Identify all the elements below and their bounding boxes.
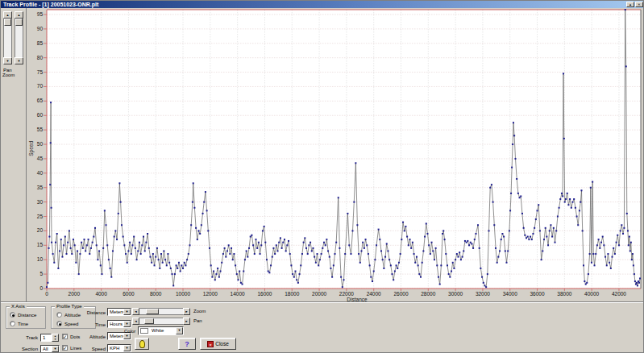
pan-scroll-track[interactable] [139,318,183,325]
zoom-scroll-track[interactable] [139,308,183,315]
section-combobox[interactable]: All ▼ [40,345,60,353]
pan-slider[interactable]: ▲ ▼ [3,11,12,66]
window-title: Track Profile - [1] 20051023-ONR.plt [3,2,98,7]
y-axis-label: Speed [28,141,34,156]
svg-text:60: 60 [37,112,44,118]
zoom-scrollbar-label: Zoom [193,309,206,314]
radio-icon[interactable] [56,321,62,326]
pan-slider-track[interactable] [3,19,12,57]
svg-text:20000: 20000 [312,291,326,297]
altitude-unit-value: Meters [108,333,123,339]
radio-icon[interactable] [10,312,15,318]
track-profile-window: Track Profile - [1] 20051023-ONR.plt ▲ ✕… [0,0,644,353]
zoom-scrollbar[interactable]: ◄ ► [132,308,190,315]
dots-checkbox[interactable]: ✓ [62,334,68,339]
svg-text:4000: 4000 [95,291,107,297]
radio-time-label: Time [18,322,28,326]
up-arrow-icon: ▲ [629,2,632,6]
restore-button[interactable]: ▲ [626,2,634,7]
svg-text:22000: 22000 [339,291,354,297]
chevron-down-icon[interactable]: ▼ [52,346,59,352]
snapshot-button[interactable] [135,338,149,350]
chevron-down-icon[interactable]: ▼ [123,309,131,315]
svg-text:42000: 42000 [612,291,626,297]
lines-checkbox[interactable]: ✓ [62,345,68,351]
profile-type-legend: Profile Type [55,304,84,309]
x-axis-legend: X Axis [10,304,27,309]
pan-zoom-panel: ▲ ▼ ▲ ▼ Pan Zoom [1,8,27,302]
left-arrow-icon: ◄ [135,319,138,323]
svg-text:85: 85 [37,40,44,46]
svg-text:40: 40 [37,170,44,176]
zoom-slider-thumb[interactable] [15,19,23,26]
pan-slider-thumb[interactable] [4,19,11,26]
svg-text:80: 80 [37,55,44,60]
pan-scrollbar[interactable]: ◄ ► [132,318,190,325]
svg-text:16000: 16000 [257,291,272,297]
zoom-scroll-left-button[interactable]: ◄ [132,308,139,315]
section-value: All [41,346,52,352]
svg-text:5: 5 [39,271,43,276]
pan-scroll-right-button[interactable]: ► [183,318,190,325]
zoom-scroll-thumb[interactable] [146,309,159,314]
chevron-down-icon[interactable]: ▼ [123,345,131,351]
down-arrow-icon: ▼ [54,338,56,341]
svg-text:25: 25 [37,214,44,219]
pan-scroll-thumb[interactable] [144,318,154,324]
svg-text:70: 70 [37,83,44,89]
svg-text:8000: 8000 [150,291,162,297]
radio-distance[interactable]: Distance [10,312,36,318]
close-button-label: Close [215,341,229,347]
time-unit-label: Time [77,322,106,327]
svg-text:34000: 34000 [503,291,517,297]
zoom-scroll-right-button[interactable]: ► [183,308,190,315]
svg-text:55: 55 [37,127,44,132]
down-arrow-icon: ▼ [6,59,10,63]
pan-slider-down-button[interactable]: ▼ [3,57,12,64]
svg-text:15: 15 [37,242,44,247]
chevron-down-icon[interactable]: ▼ [123,333,131,339]
speed-unit-label: Speed [77,347,106,351]
speed-profile-chart: 0200040006000800010000120001400016000180… [27,8,644,302]
chevron-down-icon[interactable]: ▼ [123,321,131,327]
svg-text:28000: 28000 [421,291,435,297]
svg-text:40000: 40000 [584,291,599,297]
radio-icon[interactable] [56,312,62,318]
title-bar-buttons: ▲ ✕ [626,2,643,7]
color-label: Color [124,329,135,334]
distance-unit-combobox[interactable]: Meters ▼ [107,308,131,316]
close-button[interactable]: ✕ Close [200,338,236,350]
svg-text:30000: 30000 [448,291,463,297]
radio-icon[interactable] [10,321,15,326]
question-mark-icon: ? [185,340,189,348]
radio-speed[interactable]: Speed [56,321,78,326]
pan-slider-up-button[interactable]: ▲ [3,11,12,19]
speed-unit-combobox[interactable]: KPH ▼ [107,344,131,352]
zoom-slider-down-button[interactable]: ▼ [15,57,23,64]
title-bar[interactable]: Track Profile - [1] 20051023-ONR.plt ▲ ✕ [1,1,644,8]
track-spinner[interactable]: ▲ ▼ [52,334,59,342]
distance-unit-label: Distance [77,310,106,315]
time-unit-combobox[interactable]: Hours ▼ [107,320,131,328]
pan-scroll-left-button[interactable]: ◄ [132,318,139,325]
svg-text:26000: 26000 [393,291,408,297]
zoom-slider-track[interactable] [15,19,23,57]
color-combobox[interactable]: White ▼ [138,326,184,335]
chevron-down-icon[interactable]: ▼ [176,327,183,334]
left-arrow-icon: ◄ [135,309,138,314]
svg-text:18000: 18000 [285,291,299,297]
close-window-button[interactable]: ✕ [635,2,643,7]
svg-text:14000: 14000 [231,291,245,297]
y-tick-labels: 05101520253035404550556065707580859095 [37,11,44,291]
track-input[interactable]: 1 [40,334,52,342]
zoom-slider[interactable]: ▲ ▼ [15,11,23,66]
color-swatch [140,328,148,334]
svg-text:95: 95 [37,11,44,17]
radio-time[interactable]: Time [10,321,28,326]
zoom-slider-up-button[interactable]: ▲ [15,11,23,19]
down-arrow-icon: ▼ [18,59,21,63]
check-icon: ✓ [63,334,67,339]
svg-text:36000: 36000 [530,291,544,297]
svg-text:45: 45 [37,156,44,161]
help-button[interactable]: ? [178,338,196,350]
